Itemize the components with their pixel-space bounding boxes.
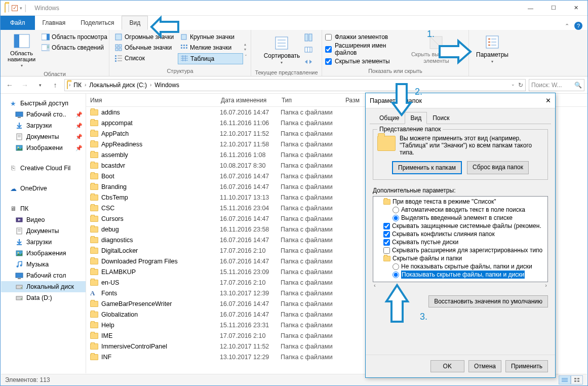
dialog-tab-view[interactable]: Вид	[405, 112, 427, 124]
fit-columns-icon[interactable]	[304, 57, 313, 68]
adv-hide-protected[interactable]: Скрывать защищенные системные файлы (рек…	[374, 222, 546, 230]
maximize-button[interactable]: ☐	[542, 1, 565, 16]
sidebar-ccf[interactable]: ⎘Creative Cloud Fil	[1, 163, 86, 174]
help-icon[interactable]: ?	[574, 22, 582, 30]
layout-huge[interactable]: Огромные значки	[112, 32, 178, 42]
sidebar-pc[interactable]: 🖥ПК	[1, 203, 86, 214]
layout-small[interactable]: Мелкие значки	[178, 43, 243, 53]
scroll-down-icon[interactable]: ▾	[244, 47, 248, 52]
crumb-folder[interactable]: Windows	[152, 82, 181, 89]
folder-icon	[90, 280, 98, 286]
tab-home[interactable]: Главная	[35, 16, 73, 30]
breadcrumb[interactable]: › ПК › Локальный диск (C:) › Windows ⌄ ↻	[64, 79, 526, 91]
svg-rect-72	[577, 380, 579, 382]
layout-large[interactable]: Крупные значки	[178, 32, 243, 42]
preview-pane-button[interactable]: Область просмотра	[40, 32, 109, 42]
add-columns-icon[interactable]	[304, 45, 313, 56]
hidden-items-toggle[interactable]: Скрытые элементы	[325, 57, 407, 65]
folder-icon	[90, 173, 98, 179]
sidebar-pc-item[interactable]: Загрузки	[1, 237, 86, 248]
window-title: Windows	[34, 5, 59, 12]
file-date: 15.11.2016 23:04	[220, 205, 281, 212]
sidebar-quick-item[interactable]: Рабочий сто..📌	[1, 109, 86, 120]
folder-icon	[90, 163, 98, 169]
item-checkboxes-toggle[interactable]: Флажки элементов	[325, 33, 407, 41]
sidebar-pc-item[interactable]: Data (D:)	[1, 292, 86, 303]
addr-dropdown[interactable]: ⌄	[511, 82, 515, 89]
up-button[interactable]: ↑	[49, 79, 61, 91]
col-date[interactable]: Дата изменения	[217, 97, 278, 104]
chevron-right-icon[interactable]: ›	[150, 82, 151, 88]
adv-hide-empty[interactable]: Скрывать пустые диски	[374, 238, 546, 246]
adv-hide-merge[interactable]: Скрывать конфликты слияния папок	[374, 230, 546, 238]
crumb-pc[interactable]: ПК	[71, 82, 84, 89]
adv-hide-ext[interactable]: Скрывать расширения для зарегистрированн…	[374, 246, 546, 254]
history-dropdown[interactable]: ▾	[34, 79, 46, 91]
dialog-tab-general[interactable]: Общие	[374, 112, 405, 124]
folder-icon	[383, 199, 390, 205]
view-thumbnails-button[interactable]	[571, 375, 583, 384]
details-pane-button[interactable]: Область сведений	[40, 43, 109, 53]
col-type[interactable]: Тип	[278, 97, 341, 104]
scroll-right-icon[interactable]: ›	[545, 282, 547, 288]
scroll-left-icon[interactable]: ‹	[374, 282, 376, 288]
close-button[interactable]: ✕	[565, 1, 587, 16]
navigation-pane-button[interactable]: Область навигации ▾	[4, 31, 40, 70]
folder-icon	[383, 256, 390, 261]
col-name[interactable]: Имя	[86, 97, 217, 104]
downloads-icon	[15, 122, 23, 130]
chevron-right-icon[interactable]: ›	[85, 82, 86, 88]
advanced-settings-list[interactable]: При вводе текста в режиме "Список" Автом…	[373, 196, 548, 282]
reset-folder-view-button[interactable]: Сброс вида папок	[467, 161, 529, 174]
dialog-close-button[interactable]: ✕	[545, 97, 551, 104]
restore-defaults-button[interactable]: Восстановить значения по умолчанию	[428, 295, 548, 307]
file-name: debug	[101, 226, 220, 233]
adv-dont-show-hidden[interactable]: Не показывать скрытые файлы, папки и дис…	[374, 262, 546, 271]
adv-show-hidden[interactable]: Показывать скрытые файлы, папки и диски	[374, 271, 546, 279]
sidebar-quick-item[interactable]: Документы📌	[1, 131, 86, 142]
chevron-right-icon[interactable]: ›	[69, 82, 70, 88]
sort-button[interactable]: Сортировать ▾	[260, 31, 304, 68]
sidebar-pc-item[interactable]: Музыка	[1, 259, 86, 270]
sidebar-onedrive[interactable]: ☁OneDrive	[1, 183, 86, 194]
options-button[interactable]: Параметры ▾	[472, 31, 513, 67]
refresh-icon[interactable]: ↻	[518, 82, 523, 89]
apply-button[interactable]: Применить	[505, 360, 548, 372]
search-input[interactable]: Поиск: W... 🔍	[529, 79, 584, 91]
cancel-button[interactable]: Отмена	[468, 360, 501, 372]
file-name: INF	[101, 354, 220, 361]
sidebar-pc-item[interactable]: Рабочий стол	[1, 270, 86, 281]
sidebar-quick-item[interactable]: Изображени📌	[1, 142, 86, 153]
tab-share[interactable]: Поделиться	[73, 16, 122, 30]
tab-file[interactable]: Файл	[1, 16, 35, 30]
layout-list[interactable]: Список	[112, 53, 178, 63]
file-name: en-US	[101, 279, 220, 286]
view-details-button[interactable]	[559, 375, 571, 384]
adv-highlight[interactable]: Выделять введенный элемент в списке	[374, 214, 546, 222]
expand-icon[interactable]: ⌄	[244, 52, 248, 57]
hide-selected-button[interactable]: Скрыть выбранные элементы	[407, 31, 465, 67]
sidebar-pc-item[interactable]: Изображения	[1, 248, 86, 259]
ok-button[interactable]: OK	[430, 360, 464, 372]
sidebar-pc-item[interactable]: Видео	[1, 214, 86, 225]
sidebar-pc-item[interactable]: Документы	[1, 225, 86, 237]
forward-button[interactable]: →	[19, 79, 31, 91]
apply-to-folders-button[interactable]: Применить к папкам	[392, 161, 462, 174]
sidebar-quick-item[interactable]: Загрузки📌	[1, 120, 86, 131]
dialog-tab-search[interactable]: Поиск	[427, 112, 455, 124]
sidebar-pc-item[interactable]: Локальный диск	[1, 281, 86, 292]
qat-checkbox-icon[interactable]: ✓	[12, 5, 18, 11]
minimize-button[interactable]: —	[519, 1, 542, 16]
ribbon-collapse[interactable]: ⌃	[565, 23, 569, 29]
qat-dropdown[interactable]: ▾	[20, 6, 22, 11]
crumb-disk[interactable]: Локальный диск (C:)	[87, 82, 149, 89]
adv-auto-search[interactable]: Автоматически вводить текст в поле поиск…	[374, 206, 546, 214]
layout-normal[interactable]: Обычные значки	[112, 43, 178, 53]
tab-view[interactable]: Вид	[122, 16, 148, 30]
group-by-icon[interactable]	[304, 33, 313, 44]
back-button[interactable]: ←	[4, 79, 16, 91]
sidebar-quick-access[interactable]: ★Быстрый доступ	[1, 98, 86, 109]
file-extensions-toggle[interactable]: Расширения имен файлов	[325, 42, 407, 57]
layout-table[interactable]: Таблица	[178, 53, 243, 64]
scroll-up-icon[interactable]: ▴	[244, 42, 248, 47]
